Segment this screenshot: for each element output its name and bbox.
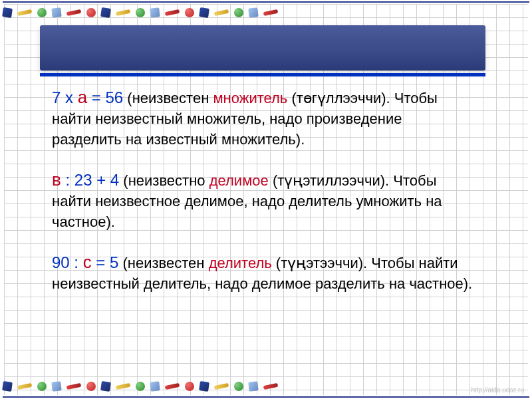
text: . — [385, 172, 393, 189]
frame-line-bottom — [3, 396, 529, 398]
watermark-link: http://aida.ucoz.ru — [471, 386, 525, 394]
equation-text: = 5 — [92, 253, 119, 271]
text: (төгүллээччи) — [287, 90, 386, 106]
equation-text: 90 : — [52, 253, 83, 271]
term-highlight: делимое — [209, 172, 269, 189]
equation-text: 7 х — [52, 88, 78, 106]
text: (түңэтиллээччи) — [269, 172, 385, 189]
equation-variable: с — [83, 252, 92, 272]
equation-variable: в — [52, 170, 61, 190]
title-strip — [40, 25, 485, 70]
equation-text: : 23 + 4 — [61, 171, 119, 189]
equation-variable: а — [78, 87, 87, 107]
paragraph-2: в : 23 + 4 (неизвестно делимое (түңэтилл… — [52, 168, 473, 233]
term-highlight: множитель — [213, 90, 287, 106]
equation-text: = 56 — [87, 88, 123, 106]
paragraph-1: 7 х а = 56 (неизвестен множитель (төгүлл… — [52, 85, 473, 150]
text: (түңэтээччи) — [272, 255, 363, 271]
text: (неизвестен — [127, 90, 213, 106]
slide-content: 7 х а = 56 (неизвестен множитель (төгүлл… — [52, 85, 473, 312]
text: . — [386, 90, 394, 106]
paragraph-3: 90 : с = 5 (неизвестен делитель (түңэтээ… — [52, 250, 473, 295]
text: (неизвестно — [123, 172, 209, 189]
title-underline — [40, 73, 485, 76]
text: (неизвестен — [123, 255, 209, 271]
text: . — [363, 255, 371, 271]
term-highlight: делитель — [209, 255, 272, 271]
frame-line-top — [3, 1, 529, 3]
